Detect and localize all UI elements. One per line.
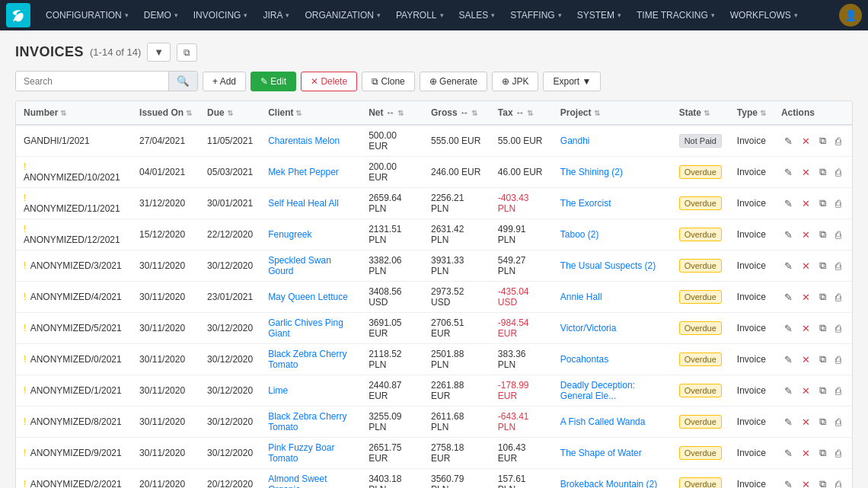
copy-icon[interactable]: ⧉ — [816, 196, 829, 211]
client-name[interactable]: Fenugreek — [260, 219, 361, 250]
client-name[interactable]: Black Zebra Cherry Tomato — [260, 407, 361, 438]
col-issued-on[interactable]: Issued On⇅ — [132, 101, 199, 125]
copy-icon[interactable]: ⧉ — [816, 352, 829, 367]
client-name[interactable]: Mek Phet Pepper — [260, 157, 361, 188]
nav-item-organization[interactable]: ORGANIZATION▾ — [297, 0, 388, 30]
edit-icon[interactable]: ✎ — [781, 134, 796, 148]
nav-item-workflows[interactable]: WORKFLOWS▾ — [723, 0, 806, 30]
delete-button[interactable]: ✕ Delete — [301, 72, 357, 91]
project-name[interactable]: Brokeback Mountain (2) — [553, 469, 672, 489]
print-icon[interactable]: ⎙ — [832, 134, 844, 148]
copy-icon[interactable]: ⧉ — [816, 133, 829, 148]
edit-icon[interactable]: ✎ — [781, 477, 796, 489]
edit-icon[interactable]: ✎ — [781, 384, 796, 398]
project-name[interactable]: Annie Hall — [553, 282, 672, 313]
edit-button[interactable]: ✎ Edit — [251, 72, 296, 91]
nav-item-jira[interactable]: JIRA▾ — [255, 0, 297, 30]
edit-icon[interactable]: ✎ — [781, 196, 796, 211]
jpk-button[interactable]: ⊕ JPK — [492, 72, 538, 91]
print-icon[interactable]: ⎙ — [832, 415, 844, 429]
app-logo[interactable] — [6, 3, 30, 27]
delete-icon[interactable]: ✕ — [799, 196, 813, 211]
delete-icon[interactable]: ✕ — [799, 446, 813, 461]
copy-icon[interactable]: ⧉ — [816, 258, 829, 273]
delete-icon[interactable]: ✕ — [799, 228, 813, 242]
project-name[interactable]: The Usual Suspects (2) — [553, 250, 672, 282]
client-name[interactable]: Lime — [260, 375, 361, 407]
edit-icon[interactable]: ✎ — [781, 321, 796, 336]
col-client[interactable]: Client⇅ — [260, 101, 361, 125]
nav-item-configuration[interactable]: CONFIGURATION▾ — [38, 0, 136, 30]
copy-icon[interactable]: ⧉ — [816, 321, 829, 336]
print-icon[interactable]: ⎙ — [832, 165, 844, 180]
copy-icon[interactable]: ⧉ — [816, 383, 829, 398]
project-name[interactable]: Victor/Victoria — [553, 313, 672, 344]
edit-icon[interactable]: ✎ — [781, 352, 796, 367]
edit-icon[interactable]: ✎ — [781, 446, 796, 461]
col-net--[interactable]: Net ↔⇅ — [361, 101, 423, 125]
print-icon[interactable]: ⎙ — [832, 352, 844, 367]
delete-icon[interactable]: ✕ — [799, 321, 813, 336]
project-name[interactable]: The Shining (2) — [553, 157, 672, 188]
client-name[interactable]: Garlic Chives Ping Giant — [260, 313, 361, 344]
project-name[interactable]: Deadly Deception: General Ele... — [553, 375, 672, 407]
print-icon[interactable]: ⎙ — [832, 384, 844, 398]
print-icon[interactable]: ⎙ — [832, 259, 844, 273]
edit-icon[interactable]: ✎ — [781, 165, 796, 180]
col-state[interactable]: State⇅ — [672, 101, 729, 125]
client-name[interactable]: Speckled Swan Gourd — [260, 250, 361, 282]
project-name[interactable]: Taboo (2) — [553, 219, 672, 250]
user-avatar[interactable]: 👤 — [839, 4, 862, 27]
print-icon[interactable]: ⎙ — [832, 321, 844, 336]
client-name[interactable]: Charentais Melon — [260, 125, 361, 157]
col-type[interactable]: Type⇅ — [729, 101, 774, 125]
delete-icon[interactable]: ✕ — [799, 134, 813, 148]
copy-icon[interactable]: ⧉ — [816, 445, 829, 461]
print-icon[interactable]: ⎙ — [832, 446, 844, 461]
nav-item-time-tracking[interactable]: TIME TRACKING▾ — [629, 0, 723, 30]
export-button[interactable]: Export ▼ — [543, 72, 601, 91]
print-icon[interactable]: ⎙ — [832, 196, 844, 211]
nav-item-staffing[interactable]: STAFFING▾ — [503, 0, 569, 30]
col-project[interactable]: Project⇅ — [553, 101, 672, 125]
generate-button[interactable]: ⊕ Generate — [420, 72, 487, 91]
project-name[interactable]: A Fish Called Wanda — [553, 407, 672, 438]
delete-icon[interactable]: ✕ — [799, 477, 813, 489]
copy-icon[interactable]: ⧉ — [816, 477, 829, 488]
copy-icon[interactable]: ⧉ — [816, 289, 829, 305]
filter-dropdown-button[interactable]: ▼ — [147, 43, 171, 62]
filter-icon[interactable]: ⧉ — [177, 43, 197, 62]
delete-icon[interactable]: ✕ — [799, 352, 813, 367]
delete-icon[interactable]: ✕ — [799, 415, 813, 429]
print-icon[interactable]: ⎙ — [832, 228, 844, 242]
client-name[interactable]: Self Heal Heal All — [260, 188, 361, 219]
clone-button[interactable]: ⧉ Clone — [362, 72, 415, 91]
client-name[interactable]: Pink Fuzzy Boar Tomato — [260, 438, 361, 469]
edit-icon[interactable]: ✎ — [781, 259, 796, 273]
col-number[interactable]: Number⇅ — [16, 101, 132, 125]
col-due[interactable]: Due⇅ — [199, 101, 260, 125]
edit-icon[interactable]: ✎ — [781, 290, 796, 305]
nav-item-invoicing[interactable]: INVOICING▾ — [186, 0, 256, 30]
nav-item-demo[interactable]: DEMO▾ — [136, 0, 186, 30]
client-name[interactable]: May Queen Lettuce — [260, 282, 361, 313]
client-name[interactable]: Almond Sweet Organic — [260, 469, 361, 489]
delete-icon[interactable]: ✕ — [799, 290, 813, 305]
project-name[interactable]: Gandhi — [553, 125, 672, 157]
nav-item-system[interactable]: SYSTEM▾ — [570, 0, 629, 30]
project-name[interactable]: The Exorcist — [553, 188, 672, 219]
copy-icon[interactable]: ⧉ — [816, 227, 829, 242]
project-name[interactable]: Pocahontas — [553, 344, 672, 375]
print-icon[interactable]: ⎙ — [832, 477, 844, 489]
delete-icon[interactable]: ✕ — [799, 165, 813, 180]
nav-item-sales[interactable]: SALES▾ — [452, 0, 503, 30]
col-tax--[interactable]: Tax ↔⇅ — [490, 101, 553, 125]
add-button[interactable]: + Add — [203, 72, 246, 91]
project-name[interactable]: The Shape of Water — [553, 438, 672, 469]
delete-icon[interactable]: ✕ — [799, 259, 813, 273]
copy-icon[interactable]: ⧉ — [816, 414, 829, 429]
client-name[interactable]: Black Zebra Cherry Tomato — [260, 344, 361, 375]
print-icon[interactable]: ⎙ — [832, 290, 844, 305]
copy-icon[interactable]: ⧉ — [816, 164, 829, 180]
delete-icon[interactable]: ✕ — [799, 384, 813, 398]
